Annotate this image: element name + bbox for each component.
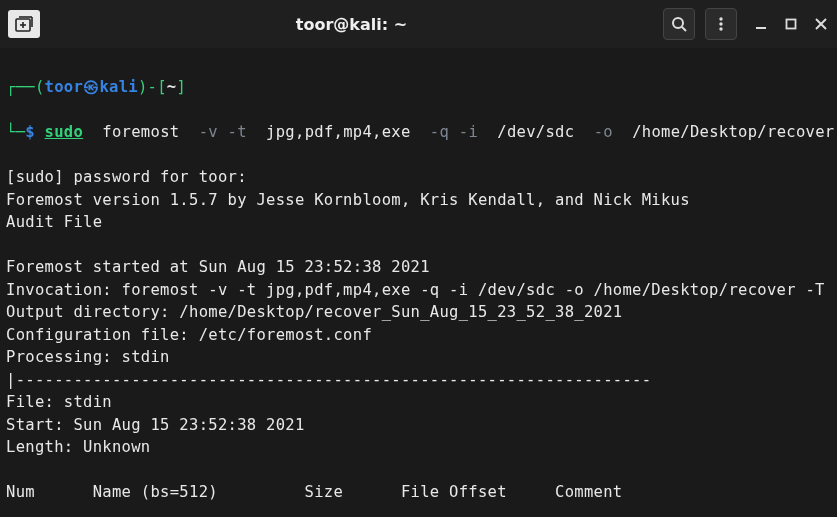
length-line: Length: Unknown [6, 438, 150, 456]
started-line: Foremost started at Sun Aug 15 23:52:38 … [6, 258, 430, 276]
prompt-line-2: └─$ sudo foremost -v -t jpg,pdf,mp4,exe … [6, 121, 831, 143]
file-line: File: stdin [6, 393, 112, 411]
sudo-prompt-line: [sudo] password for toor: [6, 168, 247, 186]
svg-point-5 [673, 18, 683, 28]
prompt-line-1: ┌──(toor㉿kali)-[~] [6, 76, 831, 98]
menu-icon [713, 16, 729, 32]
close-icon [815, 18, 827, 30]
new-tab-icon [15, 16, 33, 32]
table-header-line: Num Name (bs=512) Size File Offset Comme… [6, 483, 622, 501]
svg-point-7 [719, 17, 722, 20]
flag-v: -v [199, 123, 218, 141]
maximize-button[interactable] [783, 16, 799, 32]
outdir-line: Output directory: /home/Desktop/recover_… [6, 303, 622, 321]
new-tab-button[interactable] [8, 10, 40, 38]
audit-line: Audit File [6, 213, 102, 231]
config-line: Configuration file: /etc/foremost.conf [6, 326, 372, 344]
titlebar: toor@kali: ~ [0, 0, 837, 48]
divider-line: |---------------------------------------… [6, 371, 651, 389]
start-line: Start: Sun Aug 15 23:52:38 2021 [6, 416, 305, 434]
types-arg: jpg,pdf,mp4,exe [266, 123, 410, 141]
prompt-user: toor [45, 78, 84, 96]
flag-i: -i [459, 123, 478, 141]
search-icon [671, 16, 687, 32]
terminal-output[interactable]: ┌──(toor㉿kali)-[~] └─$ sudo foremost -v … [0, 48, 837, 517]
svg-rect-11 [787, 20, 796, 29]
program-name: foremost [102, 123, 179, 141]
flag-o: -o [594, 123, 613, 141]
menu-button[interactable] [705, 8, 737, 40]
titlebar-right [663, 8, 829, 40]
flag-t: -t [228, 123, 247, 141]
titlebar-left [8, 10, 40, 38]
prompt-host: kali [99, 78, 138, 96]
flag-q: -q [430, 123, 449, 141]
svg-line-6 [682, 27, 686, 31]
close-button[interactable] [813, 16, 829, 32]
prompt-symbol: $ [25, 123, 35, 141]
invocation-line: Invocation: foremost -v -t jpg,pdf,mp4,e… [6, 281, 825, 299]
processing-line: Processing: stdin [6, 348, 170, 366]
prompt-cwd: ~ [167, 78, 177, 96]
window-title: toor@kali: ~ [48, 15, 655, 34]
minimize-button[interactable] [753, 16, 769, 32]
search-button[interactable] [663, 8, 695, 40]
maximize-icon [785, 18, 797, 30]
svg-point-9 [719, 27, 722, 30]
minimize-icon [755, 18, 767, 30]
output-arg: /home/Desktop/recover [632, 123, 834, 141]
sudo-command: sudo [45, 123, 84, 141]
input-arg: /dev/sdc [497, 123, 574, 141]
version-line: Foremost version 1.5.7 by Jesse Kornbloo… [6, 191, 690, 209]
window-controls [753, 16, 829, 32]
svg-point-8 [719, 22, 722, 25]
